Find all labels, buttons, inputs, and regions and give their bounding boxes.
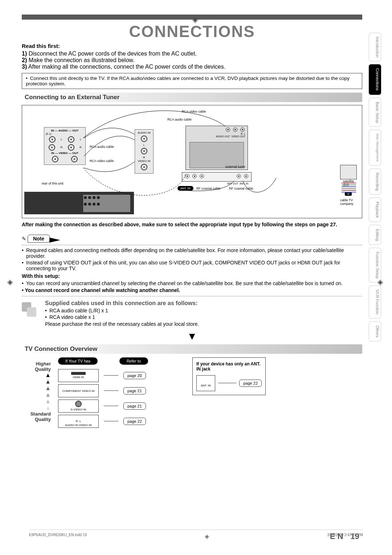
- manual-page: ◈ ◈ ◈ CONNECTIONS Read this first: 1) Di…: [0, 0, 392, 555]
- page-ref: page 20: [123, 372, 146, 379]
- tv-illustration: R LAUDIO OUT VIDEO OUT: [185, 126, 248, 170]
- tab-connections[interactable]: Connections: [369, 64, 381, 94]
- quality-scale: Higher Quality ▲ ▲ ▲ ▲ ▲ ▲ Standard Qual…: [22, 357, 51, 422]
- step-text: Make the connection as illustrated below…: [29, 57, 135, 63]
- after-connection-text: After making the connection as described…: [22, 221, 362, 228]
- svideo-in-box: S-VIDEO IN: [58, 400, 99, 413]
- external-tuner-box: ANT OUT ANT. IN: [182, 172, 252, 182]
- registration-mark-right: ◈: [377, 278, 385, 285]
- page-ref: page 21: [123, 402, 146, 410]
- page-ref: page 21: [123, 387, 146, 394]
- section-heading-overview: TV Connection Overview: [22, 344, 362, 354]
- main-content: CONNECTIONS Read this first: 1) Disconne…: [22, 15, 365, 430]
- step-num: 1): [22, 50, 27, 57]
- step-text: Disconnect the AC power cords of the dev…: [29, 50, 197, 57]
- tv-overview-block: Higher Quality ▲ ▲ ▲ ▲ ▲ ▲ Standard Qual…: [22, 357, 362, 430]
- label-audio-in: AUDIO IN: [136, 131, 152, 135]
- ant-in-pill: ANT. IN: [177, 186, 193, 191]
- label-rca-audio-cable: RCA audio cable: [90, 145, 119, 149]
- label-video-in: VIDEO IN: [136, 159, 152, 163]
- note-flag: ✎ Note: [22, 235, 362, 243]
- unit-rear-illustration: [24, 192, 134, 214]
- supplied-title: Supplied cables used in this connection …: [45, 300, 362, 307]
- ant-in-box: If your device has only an ANT. IN jack …: [192, 357, 266, 395]
- note-list: Required cables and connecting methods d…: [22, 247, 362, 271]
- header-refer-to: Refer to: [119, 357, 148, 365]
- caution-text: Connect this unit directly to the TV. If…: [26, 76, 350, 86]
- page-ref: page 22: [123, 418, 146, 425]
- supplied-cables-box: Supplied cables used in this connection …: [22, 300, 362, 328]
- label-external-tuner: external tuner: [225, 165, 245, 169]
- note-item: Instead of using VIDEO OUT jack of this …: [22, 260, 362, 271]
- label-rear: rear of this unit: [42, 182, 64, 185]
- tab-basic-setup[interactable]: Basic Setup: [369, 98, 381, 127]
- step-num: 2): [22, 57, 27, 63]
- cable-company-icon: [342, 182, 356, 194]
- indd-file: E9PKAUD_DVR620KU_EN.indd 19: [29, 533, 87, 540]
- ant-in-jack-icon: ANT. IN: [196, 375, 215, 391]
- read-first-heading: Read this first:: [22, 43, 362, 49]
- tab-playback[interactable]: Playback: [369, 198, 381, 222]
- header-bar: [22, 15, 362, 20]
- standard-quality-label: Standard Quality: [22, 411, 51, 422]
- label-rf1: RF coaxial cable: [196, 187, 221, 190]
- label-rf2: RF coaxial cable: [229, 187, 253, 190]
- supplied-item: RCA video cable x 1: [45, 314, 362, 320]
- label-rca-audio-top: RCA audio cable: [167, 118, 192, 121]
- tab-introduction[interactable]: Introduction: [369, 33, 381, 61]
- print-metadata: E9PKAUD_DVR620KU_EN.indd 19 ◈ 3/25/2009 …: [29, 530, 363, 540]
- label-cable-company: cable TV company: [340, 198, 358, 206]
- label-e1: (E-1): [46, 133, 84, 135]
- audio-video-in-box: R L AUDIO IN VIDEO IN: [58, 415, 99, 428]
- tab-others[interactable]: Others: [369, 321, 381, 341]
- header-if-tv-has: If Your TV has: [58, 357, 98, 365]
- tab-disc-management[interactable]: Disc Management: [369, 130, 381, 166]
- caution-box: • Connect this unit directly to the TV. …: [22, 73, 362, 89]
- step-num: 3): [22, 64, 27, 70]
- note-label: Note: [28, 235, 50, 243]
- label-in-audio-out: IN — AUDIO — OUT: [46, 129, 84, 133]
- label-rca-video-top: RCA video cable: [182, 110, 206, 113]
- ant-box-title: If your device has only an ANT. IN jack: [196, 361, 262, 372]
- hdmi-in-box: HDMI IN: [58, 369, 99, 382]
- section-heading-tuner: Connecting to an External Tuner: [22, 93, 362, 102]
- connection-diagram: IN — AUDIO — OUT (E-1) L L R R IN — VIDE…: [22, 105, 362, 218]
- page-title: CONNECTIONS: [22, 23, 362, 41]
- satellite-dish-icon: [340, 165, 357, 179]
- label-in-video-out: IN — VIDEO — OUT: [46, 151, 84, 155]
- connection-column: If Your TV has Refer to HDMI IN page 20: [58, 357, 185, 430]
- print-date: 3/25/2009 3:47:29 PM: [327, 533, 363, 540]
- chapter-tabs: Introduction Connections Basic Setup Dis…: [369, 15, 381, 430]
- note-item: Required cables and connecting methods d…: [22, 247, 362, 259]
- label-rca-video-cable: RCA video cable: [90, 159, 114, 163]
- with-setup-list: You can record any unscrambled channel b…: [22, 280, 362, 286]
- registration-mark-top: ◈: [192, 15, 200, 23]
- supplied-footnote: Please purchase the rest of the necessar…: [45, 321, 362, 328]
- page-ref: page 22: [239, 380, 262, 387]
- tab-vcr-function[interactable]: VCR Function: [369, 285, 381, 318]
- supplied-item: RCA audio cable (L/R) x 1: [45, 308, 362, 313]
- step-text: After making all the connections, connec…: [28, 64, 225, 70]
- cannot-record-line: • You cannot record one channel while wa…: [22, 287, 362, 294]
- registration-mark-left: ◈: [7, 278, 15, 285]
- tab-recording[interactable]: Recording: [369, 169, 381, 195]
- tab-editing[interactable]: Editing: [369, 225, 381, 245]
- down-arrow-icon: ▼: [22, 331, 362, 342]
- with-setup-item: You can record any unscrambled channel b…: [22, 280, 362, 286]
- read-first-steps: 1) Disconnect the AC power cords of the …: [22, 50, 362, 70]
- component-in-box: COMPONENT VIDEO IN: [58, 384, 99, 397]
- higher-quality-label: Higher Quality: [22, 361, 51, 372]
- with-setup-heading: With this setup:: [22, 273, 362, 280]
- supplied-icon: [22, 302, 40, 320]
